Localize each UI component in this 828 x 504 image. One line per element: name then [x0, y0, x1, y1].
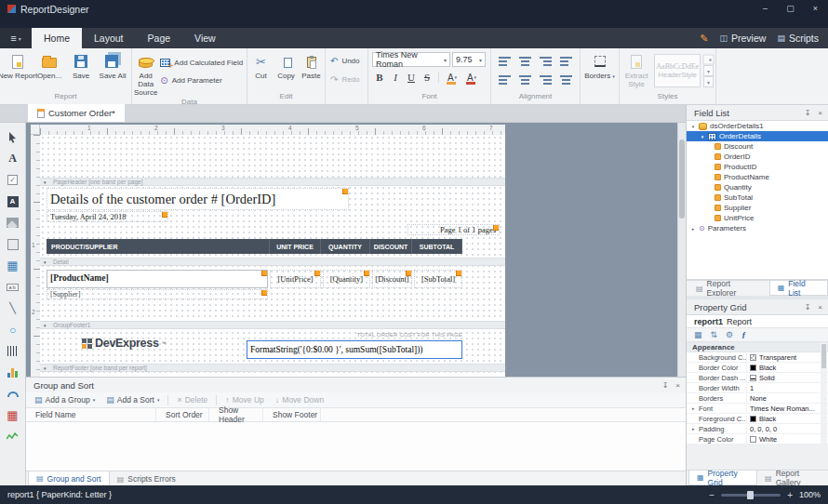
discount-cell[interactable]: [Discount]: [372, 270, 412, 288]
band-strip-page-header[interactable]: ▾ PageHeader [one band per page]: [40, 178, 505, 186]
zoom-out-icon[interactable]: −: [709, 490, 714, 500]
redo-button[interactable]: ↷ Redo: [327, 73, 363, 86]
borders-button[interactable]: Borders ▾: [582, 51, 617, 80]
gallery-more-icon[interactable]: ▾: [703, 76, 714, 87]
shape-tool[interactable]: ○: [0, 319, 25, 340]
smart-tag-icon[interactable]: [261, 270, 268, 276]
total-caption-label[interactable]: TOTAL ORDER COST FOR THIS PAGE: [273, 332, 462, 338]
total-formula-expression[interactable]: FormatString('{0:$0.00 }', sumSum([SubTo…: [247, 340, 462, 359]
new-report-button[interactable]: New Report: [2, 51, 33, 80]
property-row[interactable]: Background C... Transparent: [687, 352, 828, 363]
close-button[interactable]: ×: [803, 0, 828, 17]
copy-button[interactable]: Copy: [274, 51, 298, 80]
tab-layout[interactable]: Layout: [82, 28, 136, 48]
add-sort-button[interactable]: ▤ Add a Sort ▾: [101, 393, 164, 407]
tree-node-orderdetails[interactable]: ▾ OrderDetails: [687, 131, 828, 141]
word-wrap-icon[interactable]: [558, 75, 574, 85]
highlight-color-button[interactable]: A ▾: [443, 70, 461, 85]
zoom-level[interactable]: 100%: [799, 490, 821, 499]
property-row[interactable]: ▸Padding 0, 0, 0, 0: [687, 424, 828, 434]
pin-icon[interactable]: ↧: [662, 381, 669, 390]
align-right-icon[interactable]: [538, 75, 554, 85]
gauge-tool[interactable]: [0, 383, 25, 405]
report-page[interactable]: ▾ PageHeader [one band per page] Details…: [40, 135, 505, 377]
quantity-cell[interactable]: [Quantity]: [323, 270, 370, 288]
label-tool[interactable]: A: [0, 148, 25, 169]
bold-button[interactable]: B: [372, 70, 387, 85]
property-grid-scrollbar[interactable]: [821, 342, 827, 444]
smart-tag-icon[interactable]: [456, 270, 462, 276]
alphabetical-sort-icon[interactable]: ⇅: [711, 330, 718, 339]
property-row[interactable]: Border Color Black: [687, 363, 828, 373]
smart-tag-icon[interactable]: [364, 270, 370, 276]
supplier-cell[interactable]: [Supplier]: [47, 289, 268, 299]
chart-tool[interactable]: [0, 362, 25, 383]
report-date-label[interactable]: Tuesday, April 24, 2018: [47, 211, 168, 222]
gallery-down-icon[interactable]: ▾: [703, 65, 714, 76]
property-row[interactable]: Foreground C... Black: [687, 414, 828, 424]
align-top-icon[interactable]: [497, 57, 513, 66]
save-all-button[interactable]: Save All: [97, 51, 128, 80]
open-button[interactable]: Open...: [33, 51, 65, 80]
picturebox-tool[interactable]: [0, 212, 25, 233]
smart-tag-icon[interactable]: [342, 188, 349, 194]
property-row[interactable]: ▸Font Times New Roman...: [687, 404, 828, 414]
line-tool[interactable]: ╲: [0, 298, 25, 319]
group-sort-content[interactable]: [26, 422, 686, 471]
design-vertical-scrollbar[interactable]: [677, 123, 686, 377]
smart-tag-icon[interactable]: [261, 289, 268, 296]
character-comb-tool[interactable]: ab: [0, 276, 25, 298]
property-object-selector[interactable]: report1 Report: [687, 314, 828, 328]
smart-tag-icon[interactable]: [162, 211, 168, 218]
smart-tag-icon[interactable]: [314, 270, 321, 276]
tab-report-explorer[interactable]: ▤ Report Explorer: [688, 281, 769, 296]
zoom-slider[interactable]: [721, 494, 781, 497]
pointer-tool[interactable]: [0, 126, 25, 148]
strikethrough-button[interactable]: S: [420, 70, 434, 85]
gallery-up-icon[interactable]: ▸: [703, 55, 714, 65]
tree-node-field[interactable]: Discount: [687, 141, 828, 152]
font-color-button[interactable]: A ▾: [462, 70, 481, 85]
cut-button[interactable]: ✂ Cut: [249, 51, 273, 80]
pin-icon[interactable]: ↧: [805, 303, 811, 312]
font-name-combo[interactable]: Times New Roman ▾: [372, 52, 450, 67]
subtotal-cell[interactable]: [SubTotal]: [414, 270, 462, 288]
panel-tool[interactable]: [0, 233, 25, 255]
tree-node-field[interactable]: SubTotal: [687, 192, 828, 203]
events-icon[interactable]: ƒ: [741, 330, 746, 339]
align-left-icon[interactable]: [497, 75, 513, 85]
table-tool[interactable]: ▦: [0, 255, 25, 276]
checkbox-tool[interactable]: ✓: [0, 169, 25, 191]
tree-node-field[interactable]: OrderID: [687, 152, 828, 162]
richtext-tool[interactable]: A: [0, 191, 25, 212]
zoom-in-icon[interactable]: +: [787, 490, 793, 500]
close-icon[interactable]: ×: [818, 109, 822, 117]
delete-button[interactable]: × Delete: [172, 393, 212, 407]
font-size-combo[interactable]: 9.75 ▾: [452, 52, 486, 67]
paste-button[interactable]: Paste: [300, 51, 323, 80]
add-data-source-button[interactable]: Add Data Source: [134, 51, 157, 97]
save-button[interactable]: Save: [65, 51, 97, 80]
table-header-row[interactable]: PRODUCT/SUPPLIER UNIT PRICE QUANTITY DIS…: [47, 239, 462, 254]
minimize-button[interactable]: –: [753, 0, 778, 17]
scrollbar-thumb[interactable]: [679, 139, 685, 219]
tab-scripts-errors[interactable]: ▤ Scripts Errors: [110, 471, 183, 486]
close-icon[interactable]: ×: [818, 303, 822, 312]
align-bottom-icon[interactable]: [538, 57, 554, 66]
tab-report-gallery[interactable]: ▤ Report Gallery: [757, 471, 828, 485]
devexpress-logo[interactable]: DevExpress ™: [82, 337, 167, 350]
close-icon[interactable]: ×: [675, 381, 680, 390]
scripts-button[interactable]: ▤ Scripts: [777, 33, 819, 44]
extract-style-button[interactable]: Extract Style: [621, 51, 651, 88]
align-center-icon[interactable]: [517, 75, 533, 85]
underline-button[interactable]: U: [404, 70, 419, 85]
tab-property-grid[interactable]: ▦ Property Grid: [688, 471, 757, 485]
tree-node-field[interactable]: Supplier: [687, 203, 828, 213]
text-direction-icon[interactable]: [558, 57, 574, 66]
preview-button[interactable]: ◫ Preview: [720, 33, 767, 44]
tree-node-field[interactable]: ProductName: [687, 172, 828, 182]
product-name-cell[interactable]: [ProductName]: [47, 270, 268, 288]
application-menu-button[interactable]: ≡ ▾: [0, 28, 32, 48]
move-down-button[interactable]: ↓ Move Down: [271, 393, 328, 407]
unit-price-cell[interactable]: [UnitPrice]: [270, 270, 321, 288]
